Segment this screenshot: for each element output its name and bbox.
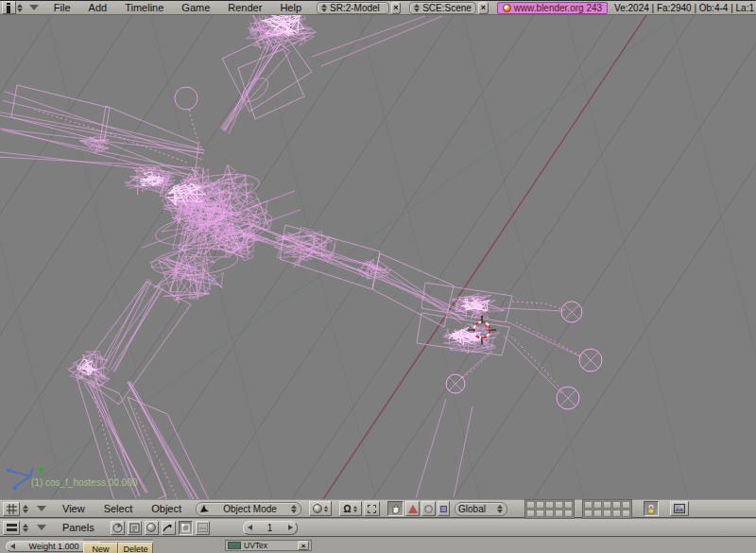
vertex-group-slider[interactable]: [83, 539, 153, 542]
script-icon: [129, 523, 140, 533]
menu-timeline[interactable]: Timeline: [116, 2, 172, 13]
uvtex-delete-button[interactable]: ×: [298, 541, 309, 550]
draw-type-button[interactable]: [309, 501, 332, 516]
menu-file[interactable]: File: [45, 2, 79, 13]
editor-type-dropdown-icon[interactable]: [22, 505, 29, 513]
frame-increment-icon[interactable]: [288, 525, 293, 530]
weight-slider-value: Weight 1.000: [29, 542, 79, 551]
layer-toggle[interactable]: [526, 501, 535, 509]
mode-select[interactable]: Object Mode: [196, 502, 301, 516]
scale-square-icon: [440, 506, 447, 512]
logic-context-button[interactable]: [111, 521, 125, 535]
rotate-manipulator-button[interactable]: [421, 501, 436, 516]
layer-toggle[interactable]: [622, 510, 630, 517]
editor-type-button[interactable]: [3, 502, 20, 516]
delete-button[interactable]: Delete: [118, 543, 153, 553]
scene-browse-icon[interactable]: [413, 4, 421, 12]
object-context-button[interactable]: [162, 521, 176, 535]
top-header: File Add Timeline Game Render Help SR:2-…: [0, 0, 756, 15]
header-collapse-icon[interactable]: [29, 5, 39, 10]
wireframe-model-scene: [0, 15, 756, 499]
pivot-arrows-icon: [353, 506, 358, 512]
blender-logo-icon: [503, 4, 511, 12]
layer-toggle[interactable]: [564, 501, 573, 509]
scene-context-button[interactable]: [196, 521, 210, 535]
screen-close-button[interactable]: ×: [391, 2, 402, 14]
window-type-button[interactable]: [2, 1, 16, 14]
draw-type-sphere-icon: [313, 504, 322, 513]
screen-selector[interactable]: SR:2-Model: [317, 2, 389, 14]
hand-icon: [390, 503, 402, 514]
window-type-dropdown-icon[interactable]: [17, 4, 23, 12]
layer-toggle[interactable]: [536, 501, 544, 509]
view3d-collapse-icon[interactable]: [37, 506, 46, 511]
lock-layers-button[interactable]: [644, 501, 659, 516]
uvtex-color-swatch[interactable]: [228, 542, 241, 549]
scene-selector[interactable]: SCE:Scene: [409, 2, 476, 14]
mode-select-arrows-icon: [290, 505, 298, 513]
editing-icon: [180, 523, 191, 533]
scene-selector-value: SCE:Scene: [422, 3, 472, 13]
layer-toggle[interactable]: [555, 501, 563, 509]
buttons-editor-dropdown-icon[interactable]: [22, 524, 29, 532]
scale-manipulator-button[interactable]: [438, 501, 450, 516]
layer-toggle[interactable]: [564, 510, 573, 517]
logic-icon: [112, 523, 123, 533]
layer-toggle[interactable]: [545, 501, 554, 509]
layer-toggle[interactable]: [612, 510, 621, 517]
panels-menu[interactable]: Panels: [54, 522, 103, 533]
version-badge[interactable]: www.blender.org 243: [497, 2, 608, 14]
script-context-button[interactable]: [128, 521, 142, 535]
layer-toggle[interactable]: [555, 510, 563, 517]
editing-context-button[interactable]: [179, 521, 193, 535]
frame-number-stepper[interactable]: 1: [243, 521, 298, 535]
layer-toggle[interactable]: [593, 501, 602, 509]
buttons-collapse-icon[interactable]: [37, 525, 46, 530]
align-toggle-button[interactable]: [364, 501, 380, 516]
new-button[interactable]: New: [83, 543, 118, 553]
shading-sphere-icon: [146, 523, 156, 532]
uvtex-label: UVTex: [244, 541, 267, 550]
uvtex-row[interactable]: UVTex ×: [225, 540, 312, 551]
render-preview-button[interactable]: [670, 501, 689, 516]
shading-context-button[interactable]: [145, 521, 159, 535]
orientation-arrows-icon: [496, 505, 504, 513]
manipulator-toggle-button[interactable]: [387, 501, 404, 516]
center-points-icon: [368, 505, 376, 513]
layer-toggle[interactable]: [593, 510, 602, 517]
frame-number-value: 1: [267, 523, 273, 533]
menu-object[interactable]: Object: [143, 503, 190, 514]
menu-render[interactable]: Render: [219, 2, 270, 13]
layer-toggle[interactable]: [603, 510, 611, 517]
object-icon: [163, 523, 174, 533]
layer-toggle[interactable]: [584, 510, 593, 517]
weight-decrement-icon[interactable]: [10, 544, 15, 549]
frame-decrement-icon[interactable]: [248, 525, 252, 530]
orientation-select[interactable]: Global: [455, 502, 507, 516]
mode-select-value: Object Mode: [223, 504, 277, 514]
layer-toggle[interactable]: [545, 510, 554, 517]
scene-close-button[interactable]: ×: [478, 2, 489, 14]
pivot-button[interactable]: Ω: [339, 501, 362, 516]
menu-select[interactable]: Select: [95, 503, 142, 514]
orientation-select-value: Global: [458, 504, 486, 514]
menu-view[interactable]: View: [54, 503, 94, 514]
menu-help[interactable]: Help: [271, 2, 310, 13]
translate-manipulator-button[interactable]: [405, 501, 420, 516]
menu-add[interactable]: Add: [80, 2, 116, 13]
layer-buttons-group-1: [524, 499, 575, 519]
viewport-info-text: (1) cos_f_hostess.00.000: [31, 477, 138, 488]
screen-browse-icon[interactable]: [320, 4, 328, 12]
scene-statistics: Ve:2024 | Fa:2940 | Ob:4-4 | La:1: [614, 3, 754, 13]
layer-toggle[interactable]: [536, 510, 544, 517]
buttons-editor-type-button[interactable]: [3, 521, 20, 535]
layer-toggle[interactable]: [603, 501, 611, 509]
layer-toggle[interactable]: [612, 501, 621, 509]
layer-toggle[interactable]: [622, 501, 630, 509]
translate-triangle-icon: [408, 505, 418, 513]
layer-toggle[interactable]: [526, 510, 535, 517]
layer-toggle[interactable]: [584, 501, 593, 509]
menu-game[interactable]: Game: [173, 2, 218, 13]
object-mode-icon: [199, 504, 210, 514]
viewport-3d[interactable]: (1) cos_f_hostess.00.000: [0, 15, 756, 499]
